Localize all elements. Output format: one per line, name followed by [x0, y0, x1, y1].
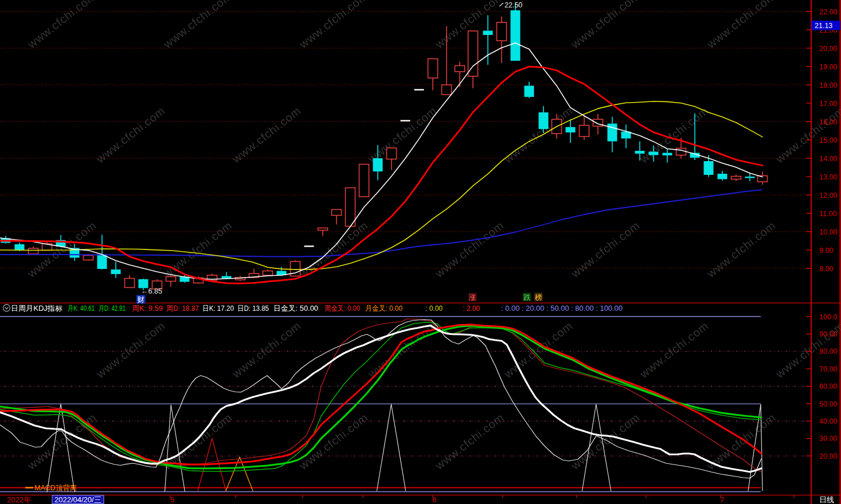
svg-text:7: 7: [720, 495, 724, 504]
svg-text:40.00: 40.00: [819, 417, 837, 425]
svg-text:财: 财: [138, 296, 145, 304]
svg-text:10.00: 10.00: [819, 228, 837, 236]
svg-text:5: 5: [170, 495, 174, 504]
svg-text:80.00: 80.00: [819, 347, 837, 355]
svg-text:周D: 18.87: 周D: 18.87: [166, 304, 199, 312]
svg-text:15.00: 15.00: [819, 136, 837, 144]
svg-text:50.00: 50.00: [819, 400, 837, 408]
svg-text:MACD顶背离: MACD顶背离: [34, 484, 77, 492]
svg-text:日周月KDJ指标: 日周月KDJ指标: [11, 304, 63, 312]
svg-text:←6.85: ←6.85: [141, 287, 162, 295]
svg-text:17.00: 17.00: [819, 100, 837, 108]
svg-text:榜: 榜: [534, 294, 542, 302]
svg-text:22.00: 22.00: [819, 8, 837, 16]
svg-text:21.13: 21.13: [815, 22, 832, 30]
svg-text:90.00: 90.00: [819, 330, 837, 338]
svg-text:跌: 跌: [523, 294, 531, 302]
svg-text:: 0.00: : 0.00: [425, 304, 443, 312]
svg-text:20.00: 20.00: [819, 452, 837, 460]
svg-text:11.00: 11.00: [819, 210, 836, 218]
svg-text:2022/04/20/三: 2022/04/20/三: [54, 495, 101, 504]
svg-text:月K: 40.61: 月K: 40.61: [68, 304, 95, 312]
svg-text:周金叉: 0.00: 周金叉: 0.00: [324, 304, 360, 312]
svg-text:日金叉: 50.00: 日金叉: 50.00: [273, 304, 318, 312]
svg-text:日K: 17.20: 日K: 17.20: [202, 304, 234, 312]
svg-text:8.00: 8.00: [819, 265, 833, 273]
svg-text:月D: 42.91: 月D: 42.91: [99, 304, 126, 312]
svg-text:20.00: 20.00: [819, 45, 837, 53]
svg-text:周K: 9.59: 周K: 9.59: [132, 304, 163, 312]
svg-text:60.00: 60.00: [819, 382, 837, 390]
svg-text:2022年: 2022年: [7, 495, 31, 504]
svg-text:月金叉: 0.00: 月金叉: 0.00: [365, 304, 402, 312]
svg-text:70.00: 70.00: [819, 365, 837, 373]
svg-text:: 0.00 : 20.00 : 50.00 : 80.00: : 0.00 : 20.00 : 50.00 : 80.00 : 100.00: [501, 304, 623, 312]
svg-text:日线: 日线: [819, 495, 834, 504]
svg-text:19.00: 19.00: [819, 63, 837, 71]
svg-text:13.00: 13.00: [819, 173, 837, 181]
svg-text:12.00: 12.00: [819, 192, 837, 200]
svg-text:30.00: 30.00: [819, 435, 837, 443]
svg-text:100.0: 100.0: [819, 313, 837, 321]
svg-text:14.00: 14.00: [819, 155, 837, 163]
svg-text:16.00: 16.00: [819, 118, 837, 126]
svg-text:18.00: 18.00: [819, 81, 837, 89]
svg-text:6: 6: [432, 495, 436, 504]
svg-text:9.00: 9.00: [819, 247, 833, 255]
svg-text:日D: 13.85: 日D: 13.85: [237, 304, 269, 312]
svg-text:22.50: 22.50: [504, 1, 522, 9]
svg-text:涨: 涨: [468, 294, 476, 302]
svg-text:: 2.00: : 2.00: [463, 304, 480, 312]
